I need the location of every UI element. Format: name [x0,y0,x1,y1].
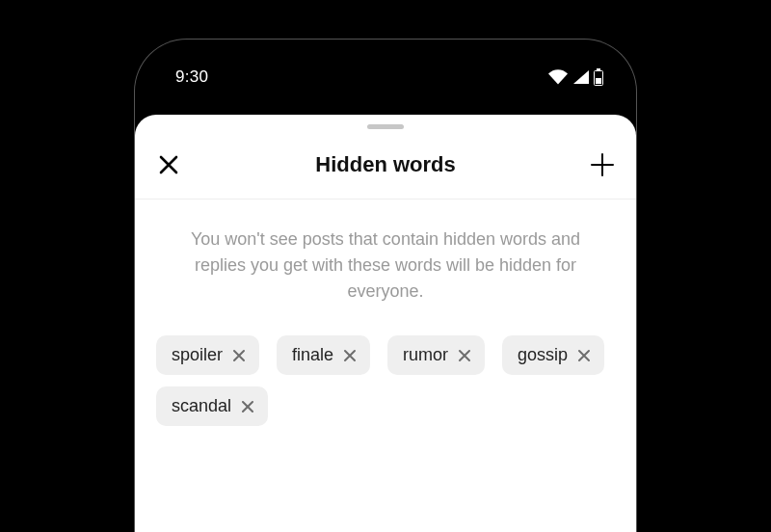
status-bar: 9:30 [135,40,636,115]
close-icon [577,349,591,362]
hidden-word-chip: scandal [156,386,268,426]
screen-header: Hidden words [135,129,636,200]
close-icon [343,349,357,362]
hidden-word-chip: spoiler [156,335,259,375]
chip-remove-button[interactable] [458,349,471,362]
chip-label: spoiler [172,345,223,365]
status-icons [547,68,603,86]
battery-icon [594,68,603,86]
page-title: Hidden words [315,152,455,177]
close-icon [232,349,246,362]
close-icon [158,154,179,175]
status-time: 9:30 [175,67,208,87]
close-icon [458,349,471,362]
close-button[interactable] [154,150,183,179]
hidden-word-chip: gossip [502,335,604,375]
close-icon [241,400,254,413]
app-screen: Hidden words You won't see posts that co… [135,115,636,532]
plus-icon [590,152,615,177]
chip-remove-button[interactable] [232,349,246,362]
cellular-icon [572,69,590,85]
chip-remove-button[interactable] [577,349,591,362]
chip-label: scandal [172,396,231,416]
hidden-words-chip-list: spoiler finale rumor [135,328,636,426]
chip-label: rumor [403,345,448,365]
chip-label: finale [292,345,333,365]
add-button[interactable] [588,150,617,179]
description-text: You won't see posts that contain hidden … [135,200,636,328]
hidden-word-chip: rumor [387,335,485,375]
hidden-word-chip: finale [277,335,370,375]
svg-rect-2 [596,78,601,84]
phone-frame: 9:30 Hidden [134,39,637,532]
chip-remove-button[interactable] [241,400,254,413]
wifi-icon [547,69,569,85]
chip-label: gossip [518,345,568,365]
svg-rect-0 [597,68,600,70]
chip-remove-button[interactable] [343,349,357,362]
